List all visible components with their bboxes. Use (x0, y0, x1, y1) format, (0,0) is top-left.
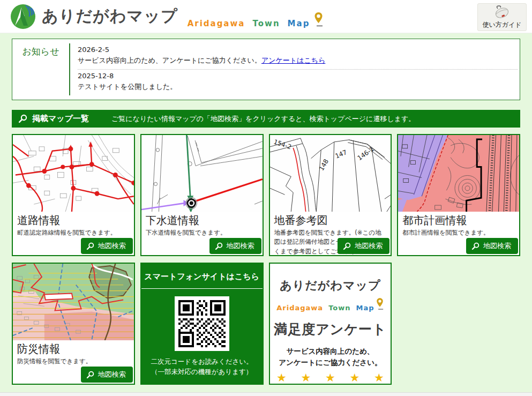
survey-card-title: ありだがわマップ (270, 278, 391, 294)
card-body: 下水道情報 下水道情報を閲覧できます。 (141, 212, 263, 237)
subtitle-word-map: Map (356, 304, 374, 312)
card-body: 防災情報 防災情報を閲覧できます。 (13, 340, 134, 366)
news-text: サービス内容向上のため、アンケートにご協力ください。アンケートはこちら (78, 56, 518, 65)
map-search-label: 地図検索 (98, 370, 126, 379)
search-icon (18, 114, 27, 123)
map-list-title: 掲載マップ一覧 (32, 114, 89, 124)
site-header: ありだがわマップ Aridagawa Town Map 使い方ガイド (0, 0, 532, 33)
survey-heading: 満足度アンケート (270, 320, 391, 338)
subtitle-word-aridagawa: Aridagawa (276, 304, 323, 312)
map-list-bar: 掲載マップ一覧 ご覧になりたい情報マップの「地図検索」をクリックすると、検索トッ… (12, 110, 520, 128)
satisfaction-survey-card[interactable]: ありだがわマップ Aridagawa Town Map 満足度アンケート サービ… (269, 263, 392, 385)
news-date: 2025-12-8 (78, 72, 518, 80)
card-city-planning: 都市計画情報 都市計画情報を閲覧できます。 地図検索 (397, 134, 520, 256)
card-road-info: 道路情報 町道認定路線情報を閲覧できます。 地図検索 (12, 134, 135, 256)
card-title: 道路情報 (17, 213, 130, 227)
news-label: お知らせ (12, 39, 69, 100)
news-item: 2025-12-8 テストサイトを公開しました。 (78, 69, 518, 95)
survey-line1: サービス内容向上のため、 (270, 346, 391, 357)
survey-card-subtitle: Aridagawa Town Map (270, 298, 391, 312)
news-item: 2026-2-5 サービス内容向上のため、アンケートにご協力ください。アンケート… (78, 43, 518, 69)
road-map-thumbnail (13, 135, 134, 212)
card-body: 都市計画情報 都市計画情報を閲覧できます。 (398, 212, 519, 237)
usage-guide-label: 使い方ガイド (482, 20, 521, 29)
usage-guide-button[interactable]: 使い方ガイド (477, 3, 527, 31)
search-icon (86, 242, 94, 250)
card-title: 下水道情報 (146, 213, 258, 227)
card-sewer-info: 下水道情報 下水道情報を閲覧できます。 地図検索 (140, 134, 264, 256)
main-content: お知らせ 2026-2-5 サービス内容向上のため、アンケートにご協力ください。… (0, 33, 532, 385)
map-list-description: ご覧になりたい情報マップの「地図検索」をクリックすると、検索トップページに遷移し… (111, 114, 415, 124)
news-list: 2026-2-5 サービス内容向上のため、アンケートにご協力ください。アンケート… (69, 43, 520, 95)
site-title: ありだがわマップ (42, 5, 178, 27)
map-search-button[interactable]: 地図検索 (209, 238, 261, 254)
map-search-label: 地図検索 (483, 241, 511, 251)
site-logo-icon (10, 3, 36, 30)
subtitle-word-town: Town (252, 19, 280, 28)
news-date: 2026-2-5 (78, 46, 518, 54)
card-title: 防災情報 (17, 342, 130, 356)
news-text-body: テストサイトを公開しました。 (78, 83, 177, 91)
card-description: 下水道情報を閲覧できます。 (146, 228, 258, 237)
empty-grid-cell (397, 263, 520, 385)
news-box: お知らせ 2026-2-5 サービス内容向上のため、アンケートにご協力ください。… (12, 39, 520, 100)
smartphone-site-card: スマートフォンサイトはこちら 二次 (140, 263, 264, 385)
map-search-button[interactable]: 地図検索 (466, 238, 518, 254)
map-search-button[interactable]: 地図検索 (81, 238, 133, 254)
map-pin-icon (314, 12, 324, 28)
map-cards-grid: 道路情報 町道認定路線情報を閲覧できます。 地図検索 (12, 134, 520, 385)
subtitle-word-town: Town (328, 304, 350, 312)
subtitle-word-map: Map (288, 19, 310, 28)
parcel-map-thumbnail: 154-2 148 147 146-1 (270, 135, 391, 212)
card-body: 道路情報 町道認定路線情報を閲覧できます。 (13, 212, 134, 237)
city-planning-thumbnail (398, 135, 519, 212)
news-text-body: サービス内容向上のため、アンケートにご協力ください。 (78, 56, 261, 64)
page-footer (0, 392, 532, 396)
qr-code (175, 296, 229, 351)
card-title: 地番参考図 (274, 213, 387, 227)
map-search-label: 地図検索 (355, 241, 383, 251)
rating-stars-icon: ★ ★ ★ ★ ★ (270, 371, 391, 384)
map-search-button[interactable]: 地図検索 (81, 367, 133, 383)
qr-note-line1: 二次元コードをお読みください。 (141, 356, 263, 367)
qr-note: 二次元コードをお読みください。 （一部未対応の機種があります） (141, 356, 263, 377)
map-search-button[interactable]: 地図検索 (338, 238, 389, 254)
map-search-label: 地図検索 (98, 241, 126, 251)
site-subtitle: Aridagawa Town Map (188, 12, 324, 28)
card-title: 都市計画情報 (402, 213, 515, 227)
card-description: 都市計画情報を閲覧できます。 (402, 228, 515, 237)
subtitle-word-aridagawa: Aridagawa (188, 19, 245, 28)
map-search-label: 地図検索 (227, 241, 254, 251)
news-text: テストサイトを公開しました。 (78, 82, 518, 92)
map-pin-icon (376, 298, 384, 312)
search-icon (86, 371, 94, 379)
divider (141, 288, 263, 289)
mouse-icon (492, 5, 512, 19)
smartphone-site-title: スマートフォンサイトはこちら (141, 264, 263, 288)
card-description: 防災情報を閲覧できます。 (17, 357, 130, 366)
disaster-map-thumbnail (13, 264, 134, 340)
search-icon (215, 242, 223, 250)
survey-link[interactable]: アンケートはこちら (261, 56, 325, 64)
search-icon (471, 242, 479, 250)
qr-note-line2: （一部未対応の機種があります） (141, 367, 263, 377)
search-icon (343, 242, 351, 250)
sewer-map-thumbnail (141, 135, 263, 212)
survey-line2: アンケートにご協力ください。 (270, 357, 391, 368)
survey-description: サービス内容向上のため、 アンケートにご協力ください。 (270, 346, 391, 368)
card-description: 町道認定路線情報を閲覧できます。 (17, 228, 130, 237)
card-parcel-map: 154-2 148 147 146-1 地番参考図 地番参考図を閲覧できます。(… (269, 134, 392, 256)
card-disaster-info: 防災情報 防災情報を閲覧できます。 地図検索 (12, 263, 135, 385)
